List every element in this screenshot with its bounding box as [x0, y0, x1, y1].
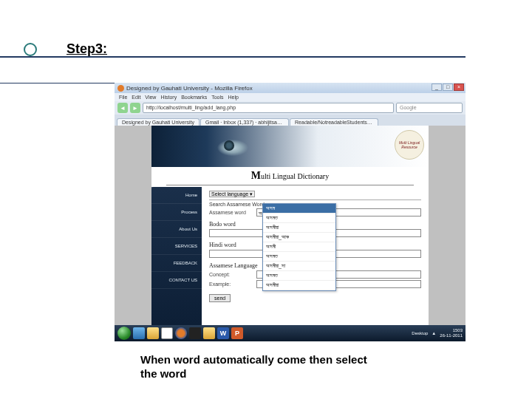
explorer-icon[interactable]	[147, 327, 159, 339]
bullet-circle	[24, 43, 37, 56]
embedded-screenshot: Designed by Gauhati University - Mozilla…	[115, 83, 466, 341]
browser-search[interactable]: Google	[396, 103, 463, 113]
ie-icon[interactable]	[133, 327, 145, 339]
page-content: Multi Lingual Resource Multi Lingual Dic…	[151, 126, 429, 325]
system-tray: Desktop ▲ 1503 26-11-2011	[412, 328, 463, 338]
assamese-word-label: Assamese word	[209, 210, 253, 215]
minimize-button[interactable]: _	[432, 83, 442, 91]
clock[interactable]: 1503 26-11-2011	[440, 328, 463, 338]
folder-icon[interactable]	[203, 327, 215, 339]
autocomplete-item[interactable]: অসমীয়া	[263, 281, 335, 290]
url-text: http://localhost/multi_ling/add_lang.php	[146, 103, 236, 112]
firefox-titlebar: Designed by Gauhati University - Mozilla…	[115, 83, 466, 93]
eye-iris	[224, 140, 234, 151]
tab-3[interactable]: Readable/NotreadableStudentsonof W...	[290, 118, 378, 126]
left-sidebar: Home Process About Us SERVICES FEEDBACK …	[151, 187, 202, 325]
windows-taskbar: W P Desktop ▲ 1503 26-11-2011	[115, 325, 466, 341]
menu-edit[interactable]: Edit	[132, 95, 140, 100]
firefox-menubar: File Edit View History Bookmarks Tools H…	[115, 93, 466, 101]
firefox-icon	[117, 85, 124, 92]
start-button[interactable]	[117, 327, 131, 340]
autocomplete-item[interactable]: অসমীয়া_আৰু	[263, 233, 335, 242]
search-placeholder: Google	[400, 103, 417, 112]
send-button[interactable]: send	[209, 294, 231, 302]
title-rest: ulti Lingual Dictionary	[261, 172, 329, 180]
autocomplete-item[interactable]: অসমত	[263, 214, 335, 223]
concept-label: Concept:	[209, 272, 253, 277]
autocomplete-item[interactable]: অসমী	[263, 242, 335, 252]
word-icon[interactable]: W	[217, 327, 229, 339]
autocomplete-item[interactable]: অসম	[263, 204, 335, 214]
tab-2[interactable]: Gmail · Inbox (1,337) · abhijitsarmah...	[200, 118, 289, 126]
autocomplete-item[interactable]: অসমত	[263, 271, 335, 281]
logo-badge: Multi Lingual Resource	[395, 130, 424, 160]
autocomplete-item[interactable]: অসমত	[263, 252, 335, 262]
date-text: 26-11-2011	[440, 333, 463, 338]
forward-button[interactable]: ►	[130, 103, 140, 113]
sidebar-item-home[interactable]: Home	[151, 187, 202, 204]
maximize-button[interactable]: □	[443, 83, 453, 91]
window-title: Designed by Gauhati University - Mozilla…	[126, 85, 253, 92]
firefox-tabstrip: Designed by Gauhati University Gmail · I…	[115, 115, 466, 126]
tab-1[interactable]: Designed by Gauhati University	[117, 118, 200, 126]
desktop-label[interactable]: Desktop	[412, 331, 428, 335]
header-banner: Multi Lingual Resource	[151, 126, 429, 167]
menu-view[interactable]: View	[145, 95, 156, 100]
back-button[interactable]: ◄	[117, 103, 128, 113]
sidebar-item-about[interactable]: About Us	[151, 221, 202, 238]
menu-file[interactable]: File	[119, 95, 127, 100]
url-bar[interactable]: http://localhost/multi_ling/add_lang.php	[143, 103, 394, 113]
sidebar-item-process[interactable]: Process	[151, 204, 202, 221]
eye-graphic	[203, 132, 270, 160]
title-divider	[166, 185, 414, 185]
tray-up-icon[interactable]: ▲	[432, 331, 436, 335]
autocomplete-item[interactable]: অসমীয়া_সা	[263, 262, 335, 271]
dictionary-title: Multi Lingual Dictionary	[151, 167, 429, 183]
browser-viewport: Multi Lingual Resource Multi Lingual Dic…	[115, 126, 466, 325]
step-title: Step3:	[66, 41, 107, 57]
title-initial: M	[251, 170, 261, 181]
notepad-icon[interactable]	[161, 327, 173, 339]
powerpoint-icon[interactable]: P	[231, 327, 243, 339]
autocomplete-dropdown: অসম অসমত অসমীয়া অসমীয়া_আৰু অসমী অসমত অ…	[262, 203, 336, 291]
menu-bookmarks[interactable]: Bookmarks	[181, 95, 207, 100]
time-text: 1503	[440, 328, 463, 333]
example-label: Example:	[209, 282, 253, 287]
firefox-toolbar: ◄ ► http://localhost/multi_ling/add_lang…	[115, 101, 466, 115]
form-area: Select language ▾ Search Assamese Word A…	[202, 187, 429, 325]
firefox-taskbar-icon[interactable]	[175, 327, 187, 339]
menu-history[interactable]: History	[160, 95, 177, 100]
menu-tools[interactable]: Tools	[211, 95, 223, 100]
autocomplete-item[interactable]: অসমীয়া	[263, 223, 335, 233]
slide-caption: When word automatically come then select…	[140, 353, 384, 381]
language-select[interactable]: Select language ▾	[209, 191, 255, 197]
sidebar-item-services[interactable]: SERVICES	[151, 238, 202, 255]
sidebar-item-contact[interactable]: CONTACT US	[151, 272, 202, 289]
close-button[interactable]: ×	[454, 83, 464, 91]
menu-help[interactable]: Help	[228, 95, 239, 100]
cmd-icon[interactable]	[189, 327, 201, 339]
sidebar-item-feedback[interactable]: FEEDBACK	[151, 255, 202, 272]
